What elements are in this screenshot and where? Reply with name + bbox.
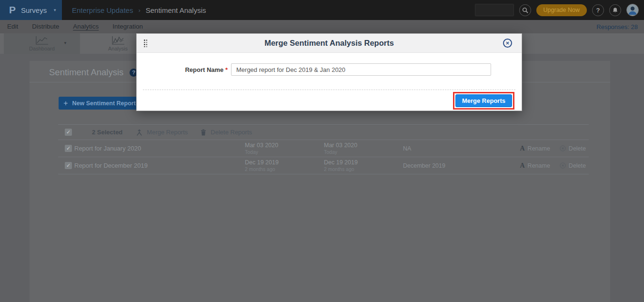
merge-reports-submit-button[interactable]: Merge Reports <box>455 94 512 107</box>
row-actions: A Rename Delete <box>520 162 586 170</box>
tab-dashboard-label: Dashboard <box>29 46 55 51</box>
plus-icon: + <box>63 99 68 108</box>
merge-icon <box>136 129 142 136</box>
dialog-header: Merge Sentiment Analysis Reports ✕ <box>137 34 522 53</box>
report-name-input[interactable] <box>231 63 491 76</box>
help-button[interactable]: ? <box>592 4 604 16</box>
created-relative: Today <box>245 149 324 156</box>
dialog-body: Report Name * <box>137 53 522 90</box>
delete-action[interactable]: Delete <box>560 162 586 169</box>
breadcrumb-parent-link[interactable]: Enterprise Updates <box>72 6 133 14</box>
selected-count: 2 Selected <box>92 129 122 136</box>
search-input[interactable] <box>475 4 514 16</box>
user-avatar[interactable] <box>626 4 639 16</box>
merge-reports-action-label: Merge Reports <box>147 129 188 136</box>
table-row[interactable]: ✓ Report for January 2020 Mar 03 2020 To… <box>58 140 589 157</box>
bell-icon <box>612 7 618 13</box>
nav-item-distribute[interactable]: Distribute <box>32 23 59 30</box>
page-title: Sentiment Analysis <box>49 67 123 78</box>
search-icon <box>522 7 528 13</box>
row-actions: A Rename Delete <box>520 145 586 152</box>
chevron-down-icon[interactable]: ▼ <box>63 41 67 45</box>
modified-date: Dec 19 2019 <box>324 159 403 166</box>
report-period: NA <box>403 145 520 152</box>
tab-dashboard[interactable]: Dashboard ▼ <box>4 33 80 54</box>
survey-nav: Edit Distribute Analytics Integration Re… <box>0 20 644 33</box>
created-date-cell: Mar 03 2020 Today <box>245 141 324 156</box>
row-checkbox[interactable]: ✓ <box>65 145 72 152</box>
product-name: Surveys <box>21 6 47 14</box>
annotation-highlight-box: Merge Reports <box>453 92 514 110</box>
dialog-footer: Merge Reports <box>137 90 522 111</box>
delete-reports-action-label: Delete Reports <box>211 129 252 136</box>
top-bar: P Surveys ▼ Enterprise Updates › Sentime… <box>0 0 644 20</box>
chevron-down-icon: ▼ <box>53 8 57 12</box>
created-date: Dec 19 2019 <box>245 159 324 166</box>
upgrade-now-button[interactable]: Upgrade Now <box>536 4 587 16</box>
nav-item-edit[interactable]: Edit <box>7 23 18 30</box>
upgrade-now-label: Upgrade Now <box>543 7 580 13</box>
modified-date-cell: Dec 19 2019 2 months ago <box>324 159 403 173</box>
questionpro-app: P Surveys ▼ Enterprise Updates › Sentime… <box>0 0 644 302</box>
close-icon[interactable]: ✕ <box>503 39 512 48</box>
search-button[interactable] <box>519 4 531 16</box>
rename-label: Rename <box>528 145 550 152</box>
circle-x-icon <box>560 145 566 151</box>
created-relative: 2 months ago <box>245 166 324 173</box>
person-icon <box>627 4 638 16</box>
notifications-button[interactable] <box>609 4 621 16</box>
modified-relative: 2 months ago <box>324 166 403 173</box>
delete-label: Delete <box>569 162 586 169</box>
circle-x-icon <box>560 162 566 169</box>
selection-action-bar: ✓ 2 Selected Merge Reports <box>58 124 589 140</box>
top-bar-actions: Upgrade Now ? <box>475 4 644 16</box>
drag-handle-icon[interactable] <box>144 40 147 47</box>
created-date-cell: Dec 19 2019 2 months ago <box>245 159 324 173</box>
delete-label: Delete <box>569 145 586 152</box>
modified-date: Mar 03 2020 <box>324 141 403 149</box>
select-all-checkbox[interactable]: ✓ <box>65 129 72 136</box>
analysis-chart-icon <box>111 36 125 45</box>
rename-action[interactable]: A Rename <box>520 145 550 152</box>
delete-reports-action[interactable]: Delete Reports <box>201 129 252 136</box>
modified-date-cell: Mar 03 2020 Today <box>324 141 403 156</box>
line-chart-icon <box>35 36 49 45</box>
breadcrumb-current: Sentiment Analysis <box>146 6 206 14</box>
nav-item-integration[interactable]: Integration <box>112 23 143 30</box>
questionpro-logo-icon: P <box>9 4 16 16</box>
merge-reports-dialog: Merge Sentiment Analysis Reports ✕ Repor… <box>136 33 522 111</box>
report-name-field-row: Report Name * <box>137 63 522 76</box>
rename-icon: A <box>520 145 524 152</box>
question-mark-icon: ? <box>596 7 600 14</box>
row-checkbox[interactable]: ✓ <box>65 162 72 169</box>
report-name[interactable]: Report for January 2020 <box>74 145 245 152</box>
breadcrumb: Enterprise Updates › Sentiment Analysis <box>72 6 206 14</box>
report-period: December 2019 <box>403 162 520 169</box>
breadcrumb-separator: › <box>138 7 140 14</box>
responses-count: Responses: 28 <box>596 23 638 30</box>
report-name-label: Report Name * <box>137 66 228 73</box>
product-switcher[interactable]: P Surveys ▼ <box>0 0 62 20</box>
new-sentiment-report-button[interactable]: + New Sentiment Report <box>59 97 141 110</box>
new-sentiment-report-label: New Sentiment Report <box>72 100 135 107</box>
card-header: Sentiment Analysis ? <box>49 67 138 78</box>
rename-icon: A <box>520 162 524 170</box>
merge-reports-action[interactable]: Merge Reports <box>136 129 188 136</box>
tab-analysis-label: Analysis <box>108 46 128 51</box>
table-row[interactable]: ✓ Report for December 2019 Dec 19 2019 2… <box>58 157 589 174</box>
nav-item-analytics[interactable]: Analytics <box>73 23 99 30</box>
report-name[interactable]: Report for December 2019 <box>74 162 245 169</box>
modified-relative: Today <box>324 149 403 156</box>
created-date: Mar 03 2020 <box>245 141 324 149</box>
required-marker: * <box>225 66 228 73</box>
delete-action[interactable]: Delete <box>560 145 586 152</box>
trash-icon <box>201 129 206 136</box>
reports-table: ✓ 2 Selected Merge Reports <box>58 124 589 174</box>
rename-label: Rename <box>528 162 550 169</box>
rename-action[interactable]: A Rename <box>520 162 550 170</box>
dialog-title: Merge Sentiment Analysis Reports <box>264 39 394 48</box>
